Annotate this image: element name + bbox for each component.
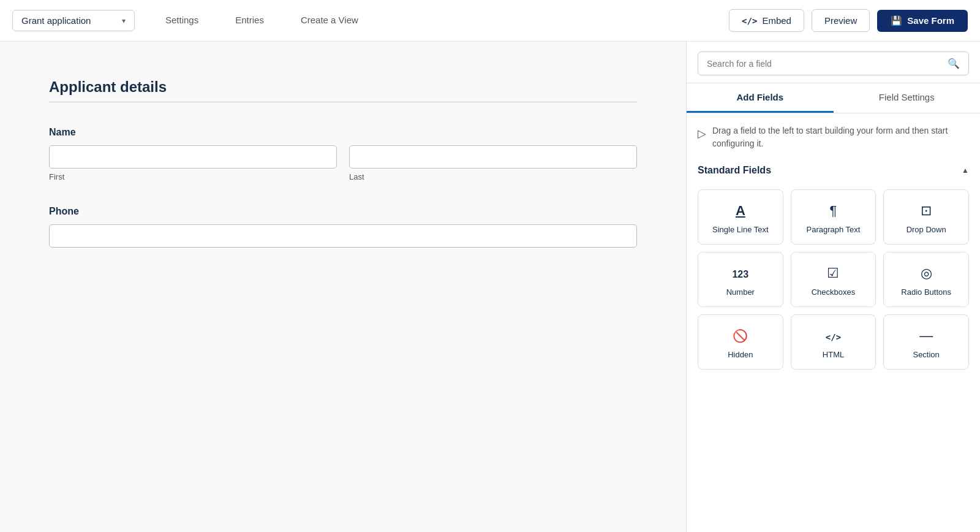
fields-grid: Single Line Text Paragraph Text Drop Dow… xyxy=(687,184,980,379)
number-icon xyxy=(732,265,748,281)
standard-fields-label: Standard Fields xyxy=(698,165,771,176)
field-card-drop-down[interactable]: Drop Down xyxy=(883,189,969,245)
tab-field-settings[interactable]: Field Settings xyxy=(834,83,981,113)
standard-fields-header[interactable]: Standard Fields ▲ xyxy=(687,156,980,184)
right-panel: 🔍 Add Fields Field Settings ▷ Drag a fie… xyxy=(686,42,980,532)
radio-buttons-label: Radio Buttons xyxy=(901,287,951,297)
name-field-group: Name First Last xyxy=(49,127,637,181)
save-icon: 💾 xyxy=(891,15,902,26)
nav-actions: </> Embed Preview 💾 Save Form xyxy=(729,9,968,32)
nav-settings[interactable]: Settings xyxy=(147,0,217,42)
form-selector[interactable]: Grant application ▾ xyxy=(12,10,135,31)
hidden-icon xyxy=(733,328,748,344)
field-card-number[interactable]: Number xyxy=(698,252,783,307)
cursor-icon: ▷ xyxy=(698,124,706,142)
embed-button[interactable]: </> Embed xyxy=(729,9,804,32)
main-layout: Applicant details Name First Last Phone xyxy=(0,42,980,532)
field-card-radio-buttons[interactable]: Radio Buttons xyxy=(883,252,969,307)
fields-scroll: Standard Fields ▲ Single Line Text Parag… xyxy=(687,156,980,532)
section-icon xyxy=(919,328,933,344)
save-form-button[interactable]: 💾 Save Form xyxy=(877,10,968,32)
form-selector-label: Grant application xyxy=(21,15,91,26)
chevron-down-icon: ▾ xyxy=(122,17,126,25)
radio-buttons-icon xyxy=(921,265,932,281)
html-icon xyxy=(826,328,841,344)
name-label: Name xyxy=(49,127,637,138)
single-line-text-label: Single Line Text xyxy=(712,225,769,234)
field-card-single-line-text[interactable]: Single Line Text xyxy=(698,189,783,245)
section-title: Applicant details xyxy=(49,78,637,96)
html-label: HTML xyxy=(823,350,844,359)
paragraph-text-icon xyxy=(830,203,837,219)
nav-links: Settings Entries Create a View xyxy=(147,0,377,42)
drop-down-icon xyxy=(921,203,932,219)
drag-hint: ▷ Drag a field to the left to start buil… xyxy=(687,113,980,156)
embed-icon: </> xyxy=(742,16,757,26)
nav-create-view[interactable]: Create a View xyxy=(282,0,377,42)
phone-label: Phone xyxy=(49,206,637,217)
drag-hint-text: Drag a field to the left to start buildi… xyxy=(712,124,969,150)
search-box-wrap: 🔍 xyxy=(687,42,980,83)
form-area: Applicant details Name First Last Phone xyxy=(0,42,686,532)
chevron-up-icon: ▲ xyxy=(962,166,969,175)
phone-input[interactable] xyxy=(49,224,637,248)
section-label: Section xyxy=(913,350,939,359)
number-label: Number xyxy=(726,287,755,297)
section-divider xyxy=(49,102,637,102)
field-card-checkboxes[interactable]: Checkboxes xyxy=(791,252,876,307)
first-name-col: First xyxy=(49,145,337,181)
field-card-html[interactable]: HTML xyxy=(791,314,876,370)
preview-button[interactable]: Preview xyxy=(812,9,870,32)
nav-entries[interactable]: Entries xyxy=(217,0,282,42)
checkboxes-icon xyxy=(827,265,839,281)
last-name-col: Last xyxy=(349,145,637,181)
phone-field-group: Phone xyxy=(49,206,637,248)
first-name-input[interactable] xyxy=(49,145,337,169)
search-input[interactable] xyxy=(707,59,948,69)
last-label: Last xyxy=(349,172,637,181)
field-card-hidden[interactable]: Hidden xyxy=(698,314,783,370)
drop-down-label: Drop Down xyxy=(907,225,946,234)
paragraph-text-label: Paragraph Text xyxy=(807,225,861,234)
checkboxes-label: Checkboxes xyxy=(812,287,856,297)
search-icon: 🔍 xyxy=(948,58,960,69)
field-card-section[interactable]: Section xyxy=(883,314,969,370)
tab-add-fields[interactable]: Add Fields xyxy=(687,83,834,113)
panel-tabs: Add Fields Field Settings xyxy=(687,83,980,113)
field-card-paragraph-text[interactable]: Paragraph Text xyxy=(791,189,876,245)
search-box: 🔍 xyxy=(698,51,969,75)
single-line-text-icon xyxy=(736,203,745,219)
last-name-input[interactable] xyxy=(349,145,637,169)
hidden-label: Hidden xyxy=(728,350,753,359)
top-nav: Grant application ▾ Settings Entries Cre… xyxy=(0,0,980,42)
first-label: First xyxy=(49,172,337,181)
name-row: First Last xyxy=(49,145,637,181)
